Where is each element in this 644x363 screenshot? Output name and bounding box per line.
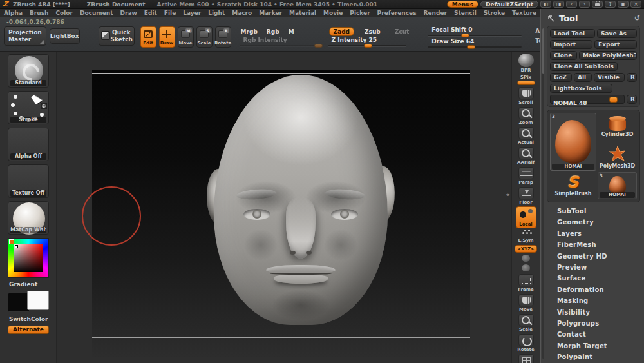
tool-section-header[interactable]: Masking — [547, 295, 640, 306]
import-button[interactable]: Import — [550, 40, 592, 49]
strip-button[interactable]: Local — [516, 206, 536, 228]
goz-button[interactable]: GoZ — [550, 73, 572, 82]
goz-visible-button[interactable]: Visible — [594, 73, 625, 82]
sculpted-head-model[interactable] — [214, 75, 388, 325]
palette-back-arrow-icon[interactable] — [547, 14, 555, 23]
strip-button[interactable]: AAHalf — [516, 146, 536, 166]
strip-button[interactable]: L.Sym — [516, 229, 535, 244]
z-intensity-slider[interactable]: Z Intensity 25 — [327, 37, 408, 46]
strip-button[interactable] — [520, 264, 531, 273]
simplebrush-tool[interactable]: S SimpleBrush — [550, 172, 596, 199]
tool-section-header[interactable]: Polygroups — [547, 318, 640, 329]
make-polymesh3d-button[interactable]: Make PolyMesh3D — [579, 51, 637, 60]
brush-selector[interactable]: Standard — [8, 54, 49, 88]
menu-item[interactable]: Material — [289, 10, 316, 16]
menu-item[interactable]: Preferences — [377, 10, 417, 16]
tool-section-header[interactable]: Visibility — [547, 307, 640, 318]
paint-mode-button[interactable]: Mrgb — [241, 28, 258, 35]
tool-section-header[interactable]: Contact — [547, 329, 640, 340]
tool-section-header[interactable]: Surface — [547, 273, 640, 284]
menu-item[interactable]: Render — [424, 10, 447, 16]
mode-button[interactable]: Draw — [159, 26, 175, 48]
tool-name-slider[interactable]: NOMAL 48 — [550, 95, 625, 104]
strip-button[interactable]: Actual — [516, 126, 535, 146]
collapse-right-tray-icon[interactable]: ◨ — [553, 1, 564, 8]
move-palette-right-icon[interactable]: › — [579, 1, 590, 8]
tool-section-header[interactable]: Layers — [547, 228, 640, 239]
switchcolor-label[interactable]: SwitchColor — [8, 316, 50, 322]
menu-item[interactable]: Draw — [120, 10, 137, 16]
menu-item[interactable]: Brush — [30, 10, 48, 16]
menu-item[interactable]: Alpha — [4, 10, 23, 16]
strip-button[interactable] — [520, 254, 531, 263]
palette-history-icon[interactable]: ↺ — [634, 14, 640, 23]
canvas-resize-handle[interactable]: ◂▸ — [506, 192, 510, 197]
menu-item[interactable]: Movie — [323, 10, 343, 16]
lightbox-button[interactable]: LightBox — [50, 28, 80, 44]
sculpt-mode-button[interactable]: Zadd — [329, 27, 354, 36]
recent-head-tool[interactable]: 3 HOMAI — [598, 172, 637, 199]
polymesh3d-tool[interactable]: PolyMesh3D — [598, 144, 637, 171]
menu-item[interactable]: Document — [80, 10, 113, 16]
secondary-color-swatch[interactable] — [8, 293, 30, 312]
menu-item[interactable]: Picker — [350, 10, 370, 16]
menu-item[interactable]: Macro — [232, 10, 252, 16]
sculpt-mode-button[interactable]: Zcut — [391, 28, 413, 35]
strip-button[interactable]: Move — [517, 293, 535, 313]
load-tool-button[interactable]: Load Tool — [550, 29, 595, 38]
paint-mode-button[interactable]: M — [289, 28, 294, 35]
menu-item[interactable]: Stencil — [454, 10, 477, 16]
strip-button[interactable]: >XYZ< — [513, 244, 538, 253]
goz-all-button[interactable]: All — [574, 73, 592, 82]
active-tool-thumbnail[interactable]: 3 HOMAI — [550, 113, 596, 171]
dock-window-icon[interactable]: ↧ — [605, 1, 616, 8]
strip-button[interactable]: Scroll — [517, 86, 535, 106]
stroke-selector[interactable]: Stroke — [8, 91, 49, 124]
tool-section-header[interactable]: Deformation — [547, 284, 640, 295]
color-picker[interactable] — [8, 238, 49, 278]
material-selector[interactable]: MatCap White — [8, 201, 49, 235]
collapse-left-tray-icon[interactable]: ◧ — [540, 1, 551, 8]
strip-button[interactable]: BPR — [517, 53, 535, 74]
strip-button[interactable]: Scale — [517, 313, 535, 333]
menu-item[interactable]: Edit — [144, 10, 157, 16]
mode-button[interactable]: S Scale — [196, 26, 213, 48]
menu-item[interactable]: Color — [55, 10, 73, 16]
strip-button[interactable]: Floor — [517, 186, 535, 206]
tool-section-header[interactable]: SubTool — [547, 206, 640, 217]
menu-item[interactable]: File — [164, 10, 176, 16]
rgb-intensity-slider[interactable]: Rgb Intensity — [238, 37, 319, 46]
goz-r-button[interactable]: R — [627, 73, 637, 82]
tool-section-header[interactable]: Preview — [547, 262, 640, 273]
draw-size-slider[interactable]: Draw Size 64 — [426, 38, 523, 48]
primary-color-swatch[interactable] — [27, 291, 49, 310]
menu-item[interactable]: Stroke — [484, 10, 505, 16]
menus-button[interactable]: Menus — [447, 1, 478, 8]
tool-section-header[interactable]: Polypaint — [547, 351, 640, 362]
lightbox-tools-button[interactable]: Lightbox▸Tools — [550, 84, 612, 93]
restore-window-icon[interactable]: ▣ — [618, 1, 629, 8]
strip-button[interactable]: Persp — [517, 166, 535, 186]
paint-mode-button[interactable]: Rgb — [267, 28, 279, 35]
save-as-button[interactable]: Save As — [597, 29, 637, 38]
clone-all-subtools-button[interactable]: Clone All SubTools — [550, 62, 618, 71]
lock-icon[interactable] — [592, 1, 603, 8]
default-zscript-button[interactable]: DefaultZScript — [480, 1, 538, 8]
canvas-area[interactable]: ◂▸ — [57, 52, 511, 363]
close-window-icon[interactable]: × — [630, 1, 641, 8]
gradient-label[interactable]: Gradient — [8, 281, 50, 288]
tool-section-header[interactable]: FiberMesh — [547, 239, 640, 250]
switch-color-swatches[interactable] — [8, 291, 49, 313]
document-viewport[interactable] — [92, 70, 470, 357]
texture-selector[interactable]: Texture Off — [8, 164, 49, 198]
mode-button[interactable]: M Move — [178, 26, 194, 48]
mode-button[interactable]: Edit — [140, 26, 156, 48]
tool-section-header[interactable]: Geometry HD — [547, 251, 640, 262]
strip-button[interactable]: PolyF — [517, 353, 535, 363]
menu-item[interactable]: Marker — [259, 10, 282, 16]
menu-item[interactable]: Layer — [183, 10, 201, 16]
alternate-button[interactable]: Alternate — [8, 326, 49, 334]
mode-button[interactable]: R Rotate — [215, 26, 231, 48]
panel-scrollbar[interactable] — [542, 28, 544, 359]
cylinder3d-tool[interactable]: Cylinder3D — [598, 113, 637, 142]
